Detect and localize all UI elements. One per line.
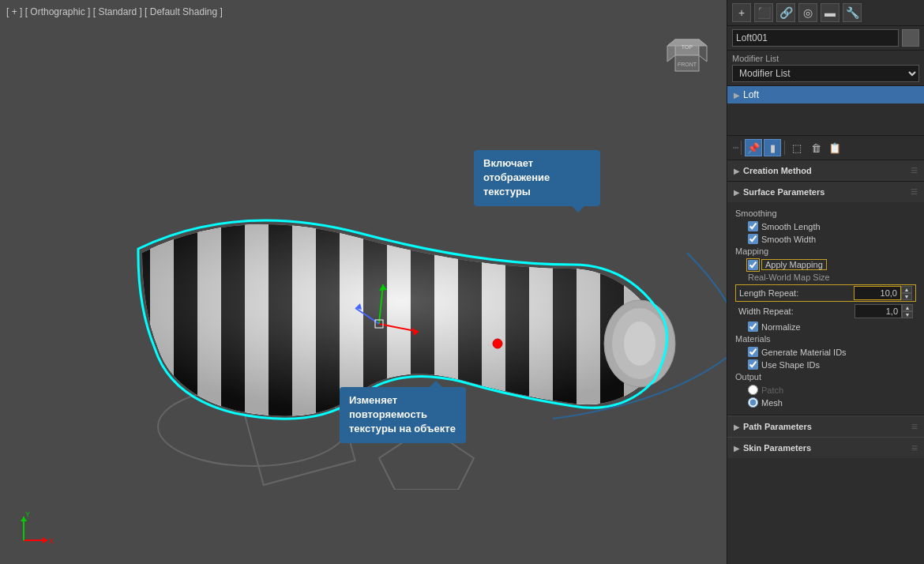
display-tab[interactable]: ▬ xyxy=(821,3,839,22)
normalize-label[interactable]: Normalize xyxy=(761,322,801,332)
modifier-item-loft[interactable]: ▶ Loft xyxy=(727,86,924,103)
skin-parameters-header[interactable]: ▶ Skin Parameters ≡ xyxy=(727,437,924,458)
modify-tab[interactable]: ⬛ xyxy=(754,3,773,22)
motion-tab[interactable]: ◎ xyxy=(798,3,817,22)
width-repeat-label: Width Repeat: xyxy=(738,306,855,316)
icon-toolbar: ··· 📌 ▮ ⬚ 🗑 📋 xyxy=(727,136,924,160)
width-repeat-down[interactable]: ▼ xyxy=(902,311,913,318)
surface-parameters-arrow: ▶ xyxy=(734,188,740,197)
width-repeat-up[interactable]: ▲ xyxy=(902,304,913,311)
svg-text:Y: Y xyxy=(25,510,30,518)
width-repeat-input[interactable] xyxy=(855,304,902,318)
length-repeat-label: Length Repeat: xyxy=(739,288,854,298)
generate-ids-row: Generate Material IDs xyxy=(748,347,916,357)
utilities-tab[interactable]: 🔧 xyxy=(843,3,862,22)
apply-mapping-label[interactable]: Apply Mapping xyxy=(761,259,827,270)
modifier-name: Loft xyxy=(743,89,759,100)
viewport: [ + ] [ Orthographic ] [ Standard ] [ De… xyxy=(0,0,727,564)
svg-point-34 xyxy=(624,321,655,366)
svg-text:X: X xyxy=(49,537,54,545)
patch-row: Patch xyxy=(748,385,916,395)
modifier-list-row: Modifier List Modifier List xyxy=(727,51,924,86)
patch-label[interactable]: Patch xyxy=(761,385,783,395)
width-repeat-row: Width Repeat: ▲ ▼ xyxy=(735,303,916,319)
path-parameters-arrow: ▶ xyxy=(734,423,740,431)
configure-modifier-btn[interactable]: ⬚ xyxy=(788,139,806,156)
panel-drag-dots: ··· xyxy=(732,141,738,155)
surface-parameters-title: Surface Parameters xyxy=(743,187,824,197)
navcube[interactable]: TOP FRONT xyxy=(663,32,711,79)
surface-parameters-section: ▶ Surface Parameters ≡ Smoothing Smooth … xyxy=(727,182,924,415)
smooth-length-checkbox[interactable] xyxy=(748,221,758,231)
length-repeat-arrows: ▲ ▼ xyxy=(901,286,912,300)
smoothing-title: Smoothing xyxy=(735,209,916,218)
real-world-label: Real-World Map Size xyxy=(748,273,830,282)
patch-radio[interactable] xyxy=(748,385,758,395)
viewport-label: [ + ] [ Orthographic ] [ Standard ] [ De… xyxy=(6,6,223,17)
mesh-radio[interactable] xyxy=(748,397,758,408)
normalize-row: Normalize xyxy=(748,321,916,332)
toolbar-separator2 xyxy=(784,141,785,155)
width-repeat-arrows: ▲ ▼ xyxy=(902,304,913,318)
modifier-stack-spacer xyxy=(727,103,924,135)
surface-parameters-header[interactable]: ▶ Surface Parameters ≡ xyxy=(727,182,924,202)
show-mesh-btn[interactable]: ▮ xyxy=(764,139,781,156)
use-shape-ids-checkbox[interactable] xyxy=(748,359,758,370)
skin-parameters-lines: ≡ xyxy=(911,442,918,454)
svg-text:TOP: TOP xyxy=(682,44,693,50)
top-toolbar: + ⬛ 🔗 ◎ ▬ 🔧 xyxy=(727,0,924,26)
generate-ids-checkbox[interactable] xyxy=(748,347,758,357)
materials-title: Materials xyxy=(735,334,916,344)
creation-method-section: ▶ Creation Method ≡ xyxy=(727,160,924,182)
modifier-expand-arrow: ▶ xyxy=(734,91,740,100)
object-name-input[interactable] xyxy=(732,29,899,47)
path-parameters-lines: ≡ xyxy=(911,420,918,433)
modifier-list-label: Modifier List xyxy=(732,54,919,63)
pin-to-stack-btn[interactable]: 📌 xyxy=(745,139,762,156)
smooth-length-row: Smooth Length xyxy=(748,221,916,231)
unique-btn[interactable]: 📋 xyxy=(826,139,843,156)
real-world-row: Real-World Map Size xyxy=(748,273,916,282)
length-repeat-row: Length Repeat: ▲ ▼ xyxy=(735,284,916,302)
callout-texture-repeat: Изменяет повторяемость текстуры на объек… xyxy=(340,387,466,443)
object-color-swatch[interactable] xyxy=(902,29,919,47)
normalize-checkbox[interactable] xyxy=(748,321,758,332)
path-parameters-header[interactable]: ▶ Path Parameters ≡ xyxy=(727,415,924,437)
path-parameters-title: Path Parameters xyxy=(743,422,911,431)
delete-modifier-btn[interactable]: 🗑 xyxy=(807,139,824,156)
create-tab[interactable]: + xyxy=(732,3,751,22)
creation-method-title: Creation Method xyxy=(743,166,812,175)
callout-texture-enable: Включает отображение текстуры xyxy=(474,150,600,206)
svg-text:FRONT: FRONT xyxy=(678,62,697,67)
svg-point-42 xyxy=(493,339,502,348)
object-name-row xyxy=(727,26,924,51)
right-panel: + ⬛ 🔗 ◎ ▬ 🔧 Modifier List Modifier List … xyxy=(727,0,924,564)
generate-ids-label[interactable]: Generate Material IDs xyxy=(761,348,847,357)
smooth-length-label[interactable]: Smooth Length xyxy=(761,222,821,231)
smooth-width-label[interactable]: Smooth Width xyxy=(761,235,816,244)
use-shape-ids-row: Use Shape IDs xyxy=(748,359,916,370)
mapping-title: Mapping xyxy=(735,246,916,256)
creation-method-lines: ≡ xyxy=(911,164,918,178)
mesh-label[interactable]: Mesh xyxy=(761,398,783,408)
creation-method-arrow: ▶ xyxy=(734,167,740,175)
apply-mapping-row: Apply Mapping xyxy=(748,259,916,270)
surface-parameters-content: Smoothing Smooth Length Smooth Width Map… xyxy=(727,202,924,415)
modifier-stack: ▶ Loft xyxy=(727,86,924,136)
skin-parameters-title: Skin Parameters xyxy=(743,443,911,453)
length-repeat-input[interactable] xyxy=(854,286,901,300)
surface-params-lines: ≡ xyxy=(911,185,918,199)
modifier-list-dropdown[interactable]: Modifier List xyxy=(732,65,919,82)
smooth-width-checkbox[interactable] xyxy=(748,234,758,244)
axis-indicator: X Y xyxy=(16,509,55,548)
length-repeat-up[interactable]: ▲ xyxy=(901,286,912,293)
apply-mapping-checkbox[interactable] xyxy=(748,260,758,270)
use-shape-ids-label[interactable]: Use Shape IDs xyxy=(761,360,820,370)
smooth-width-row: Smooth Width xyxy=(748,234,916,244)
toolbar-separator xyxy=(741,141,742,155)
mesh-row: Mesh xyxy=(748,397,916,408)
length-repeat-down[interactable]: ▼ xyxy=(901,293,912,300)
creation-method-header[interactable]: ▶ Creation Method ≡ xyxy=(727,160,924,181)
output-title: Output xyxy=(735,372,916,382)
hierarchy-tab[interactable]: 🔗 xyxy=(776,3,795,22)
